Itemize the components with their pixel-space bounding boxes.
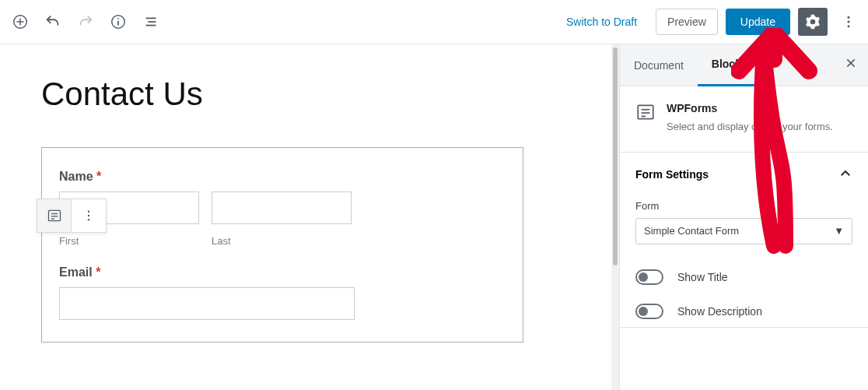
wpforms-block[interactable]: Name * First Last Email *	[41, 147, 523, 343]
email-input[interactable]	[59, 287, 355, 320]
editor-canvas[interactable]: Contact Us Name * First Last	[0, 44, 611, 390]
form-icon	[635, 102, 656, 122]
name-inputs-row	[59, 191, 506, 224]
main-layout: Contact Us Name * First Last	[0, 44, 868, 390]
block-info-panel: WPForms Select and display one of your f…	[620, 86, 868, 153]
form-select-label: Form	[635, 200, 852, 212]
redo-button[interactable]	[72, 8, 100, 36]
tab-block[interactable]: Block	[698, 44, 755, 86]
block-more-button[interactable]	[72, 199, 106, 232]
block-toolbar	[37, 199, 107, 233]
switch-to-draft-link[interactable]: Switch to Draft	[555, 9, 648, 34]
svg-point-16	[88, 211, 89, 213]
caret-down-icon: ▼	[834, 225, 844, 237]
toolbar-right-group: Switch to Draft Preview Update	[555, 8, 862, 36]
show-description-label: Show Description	[677, 305, 762, 318]
chevron-up-icon	[838, 167, 852, 183]
add-block-button[interactable]	[6, 8, 34, 36]
block-info-text: WPForms Select and display one of your f…	[667, 102, 833, 135]
wpforms-icon	[635, 102, 656, 122]
required-mark: *	[96, 170, 101, 183]
undo-icon	[44, 13, 61, 30]
sidebar-tabs: Document Block	[620, 44, 868, 86]
show-description-toggle[interactable]	[635, 304, 663, 319]
form-settings-body: Form Simple Contact Form ▼	[620, 197, 868, 258]
form-select[interactable]: Simple Contact Form ▼	[635, 218, 852, 244]
kebab-icon	[82, 209, 96, 223]
plus-circle-icon	[12, 13, 29, 30]
svg-point-5	[117, 18, 119, 19]
last-name-input[interactable]	[212, 191, 352, 224]
gear-icon	[805, 14, 821, 30]
show-title-toggle[interactable]	[635, 269, 663, 285]
svg-point-18	[88, 219, 89, 220]
close-icon	[845, 57, 857, 69]
scrollbar-thumb[interactable]	[613, 47, 618, 265]
info-icon	[110, 13, 127, 30]
form-select-value: Simple Contact Form	[644, 225, 739, 237]
email-label-text: Email	[59, 265, 93, 279]
form-settings-heading: Form Settings	[635, 168, 709, 181]
undo-button[interactable]	[39, 8, 67, 36]
more-options-button[interactable]	[835, 8, 862, 36]
form-settings-panel: Form Settings Form Simple Contact Form ▼…	[620, 153, 868, 328]
show-title-row: Show Title	[620, 258, 868, 293]
content-info-button[interactable]	[104, 8, 132, 36]
svg-point-17	[88, 215, 89, 216]
block-info-title: WPForms	[667, 102, 833, 114]
svg-point-10	[848, 21, 850, 23]
svg-point-11	[848, 25, 850, 27]
kebab-icon	[841, 14, 856, 30]
editor-top-toolbar: Switch to Draft Preview Update	[0, 0, 868, 44]
form-settings-toggle[interactable]: Form Settings	[620, 153, 868, 197]
block-info-description: Select and display one of your forms.	[667, 119, 833, 135]
update-button[interactable]: Update	[726, 9, 790, 35]
email-field-label: Email *	[59, 265, 506, 279]
redo-icon	[77, 13, 94, 30]
first-sublabel: First	[59, 235, 199, 247]
tab-document[interactable]: Document	[620, 44, 698, 86]
block-navigation-button[interactable]	[137, 8, 165, 36]
svg-point-9	[848, 16, 850, 19]
settings-sidebar: Document Block WPForms Select and displa…	[619, 44, 868, 390]
last-sublabel: Last	[212, 235, 352, 247]
name-label-text: Name	[59, 170, 93, 183]
settings-button[interactable]	[798, 8, 828, 36]
show-description-row: Show Description	[620, 293, 868, 327]
block-type-button[interactable]	[37, 199, 72, 232]
editor-scrollbar[interactable]	[611, 44, 619, 390]
list-icon	[142, 13, 159, 30]
page-title[interactable]: Contact Us	[6, 76, 605, 113]
name-sublabels: First Last	[59, 230, 506, 247]
close-sidebar-button[interactable]	[834, 57, 868, 73]
toolbar-left-group	[6, 8, 165, 36]
show-title-label: Show Title	[677, 271, 728, 283]
preview-button[interactable]: Preview	[656, 9, 718, 35]
required-mark: *	[96, 265, 100, 279]
form-icon	[47, 208, 62, 223]
name-field-label: Name *	[59, 170, 506, 184]
